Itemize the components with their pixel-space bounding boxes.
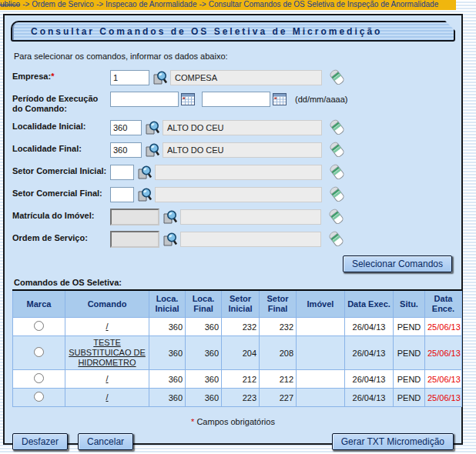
col-header-data-ence: Data Ence. <box>425 290 462 318</box>
data-ence-cell: 25/06/13 <box>425 370 462 389</box>
localidade-inicial-eraser-icon[interactable] <box>330 119 345 136</box>
setor-inicial-eraser-icon[interactable] <box>330 164 345 181</box>
marca-radio[interactable] <box>34 392 44 402</box>
periodo-inicio-input[interactable] <box>110 92 179 107</box>
col-header-comando: Comando <box>65 290 149 318</box>
marca-radio[interactable] <box>34 347 44 357</box>
data-exec-cell: 26/04/13 <box>345 370 394 389</box>
localidade-final-description-field <box>163 142 322 158</box>
comando-link[interactable]: / <box>106 392 108 402</box>
form-row-empresa: Empresa:* <box>12 69 454 86</box>
imovel-cell <box>297 370 345 389</box>
setor-inicial-label: Setor Comercial Inicial: <box>12 164 110 176</box>
matricula-search-icon[interactable] <box>162 209 178 225</box>
form-row-periodo: Período de Execução do Comando: (dd/mm/a… <box>12 92 454 114</box>
breadcrumb-separator: -> <box>22 0 29 8</box>
desfazer-button[interactable]: Desfazer <box>12 433 68 450</box>
localidade-final-input[interactable] <box>110 142 142 158</box>
breadcrumb-separator: -> <box>199 0 206 8</box>
required-asterisk: * <box>51 72 54 81</box>
selecionar-comandos-button[interactable]: Selecionar Comandos <box>343 255 452 272</box>
marca-radio[interactable] <box>34 321 44 331</box>
localidade-inicial-description-field <box>163 120 322 135</box>
setor-final-cell: 232 <box>260 318 297 336</box>
setor-final-cell: 212 <box>260 370 297 389</box>
matricula-label: Matrícula do Imóvel: <box>12 209 110 221</box>
data-exec-cell: 26/04/13 <box>345 389 394 407</box>
comando-link[interactable]: TESTE SUBSTITUICAO DE HIDROMETRO <box>69 338 146 367</box>
periodo-fim-input[interactable] <box>202 92 270 107</box>
data-ence-cell: 25/06/13 <box>425 336 462 370</box>
localidade-final-label: Localidade Final: <box>12 142 110 154</box>
setor-inicial-cell: 232 <box>222 318 260 336</box>
situacao-cell: PEND <box>394 389 425 407</box>
matricula-eraser-icon[interactable] <box>329 209 344 225</box>
ordem-servico-description-field <box>180 232 321 247</box>
calendar-icon-inicio[interactable] <box>181 93 195 105</box>
ordem-servico-search-icon[interactable] <box>162 232 178 248</box>
setor-inicial-cell: 223 <box>222 389 260 407</box>
setor-final-label: Setor Comercial Final: <box>12 186 110 199</box>
setor-final-input[interactable] <box>110 187 134 202</box>
empresa-eraser-icon[interactable] <box>330 69 345 86</box>
table-row: / 360 360 223 227 26/04/13 PEND 25/06/13 <box>13 389 462 407</box>
localidade-inicial-input[interactable] <box>110 120 142 135</box>
breadcrumb-separator: -> <box>96 0 103 8</box>
data-ence-cell: 25/06/13 <box>425 389 462 407</box>
loca-inicial-cell: 360 <box>149 318 186 336</box>
loca-final-cell: 360 <box>186 370 222 389</box>
instruction-text: Para selecionar os comandos, informar os… <box>14 52 454 61</box>
setor-inicial-cell: 204 <box>222 336 260 370</box>
loca-final-cell: 360 <box>186 336 222 370</box>
localidade-final-eraser-icon[interactable] <box>330 142 345 159</box>
setor-final-eraser-icon[interactable] <box>330 186 345 203</box>
situacao-cell: PEND <box>394 370 425 389</box>
localidade-inicial-search-icon[interactable] <box>144 120 160 136</box>
col-header-situ: Situ. <box>394 290 425 318</box>
loca-inicial-cell: 360 <box>149 336 186 370</box>
col-header-imovel: Imóvel <box>297 290 345 318</box>
setor-final-description-field <box>155 187 322 202</box>
marca-radio[interactable] <box>34 373 44 383</box>
setor-inicial-search-icon[interactable] <box>136 165 153 181</box>
ordem-servico-label: Ordem de Serviço: <box>12 231 110 243</box>
setor-final-search-icon[interactable] <box>136 187 153 203</box>
localidade-final-search-icon[interactable] <box>144 142 160 159</box>
breadcrumb-link-inspecao-anormalidade[interactable]: Inspecao de Anormalidade <box>106 0 196 8</box>
setor-inicial-input[interactable] <box>110 165 134 180</box>
calendar-icon-fim[interactable] <box>273 93 287 105</box>
col-header-setor-inicial: Setor Inicial <box>222 290 260 318</box>
ordem-servico-eraser-icon[interactable] <box>329 231 344 248</box>
form-row-localidade-final: Localidade Final: <box>12 142 454 159</box>
situacao-cell: PEND <box>394 336 425 370</box>
empresa-input[interactable] <box>110 70 149 85</box>
comando-link[interactable]: / <box>106 374 108 383</box>
col-header-loca-final: Loca. Final <box>186 290 222 318</box>
col-header-marca: Marca <box>13 290 65 318</box>
table-row: TESTE SUBSTITUICAO DE HIDROMETRO 360 360… <box>13 336 462 370</box>
form-row-ordem-servico: Ordem de Serviço: <box>12 231 454 248</box>
form-row-setor-inicial: Setor Comercial Inicial: <box>12 164 454 181</box>
breadcrumb-link-ordem-de-servico[interactable]: Ordem de Servico <box>32 0 94 8</box>
loca-inicial-cell: 360 <box>149 370 186 389</box>
setor-final-cell: 227 <box>260 389 297 407</box>
localidade-inicial-label: Localidade Inicial: <box>12 119 110 132</box>
page-title: Consultar Comandos de OS Seletiva de Mic… <box>11 21 455 42</box>
data-ence-cell: 25/06/13 <box>425 318 462 336</box>
periodo-label: Período de Execução do Comando: <box>12 92 110 114</box>
comando-link[interactable]: / <box>106 322 108 331</box>
empresa-search-icon[interactable] <box>152 70 168 86</box>
cancelar-button[interactable]: Cancelar <box>78 433 133 450</box>
col-header-data-exec: Data Exec. <box>345 290 394 318</box>
gerar-txt-micromedicao-button[interactable]: Gerar TXT Micromedição <box>332 433 454 450</box>
setor-final-cell: 208 <box>260 336 297 370</box>
empresa-description-field <box>170 70 322 85</box>
date-format-hint: (dd/mm/aaaa) <box>295 95 347 104</box>
situacao-cell: PEND <box>394 318 425 336</box>
empresa-label: Empresa:* <box>12 69 110 82</box>
imovel-cell <box>297 336 345 370</box>
breadcrumb-link-publico[interactable]: ublico <box>0 0 20 8</box>
col-header-setor-final: Setor Final <box>260 290 297 318</box>
imovel-cell <box>297 389 345 407</box>
form-row-matricula: Matrícula do Imóvel: <box>12 209 454 225</box>
